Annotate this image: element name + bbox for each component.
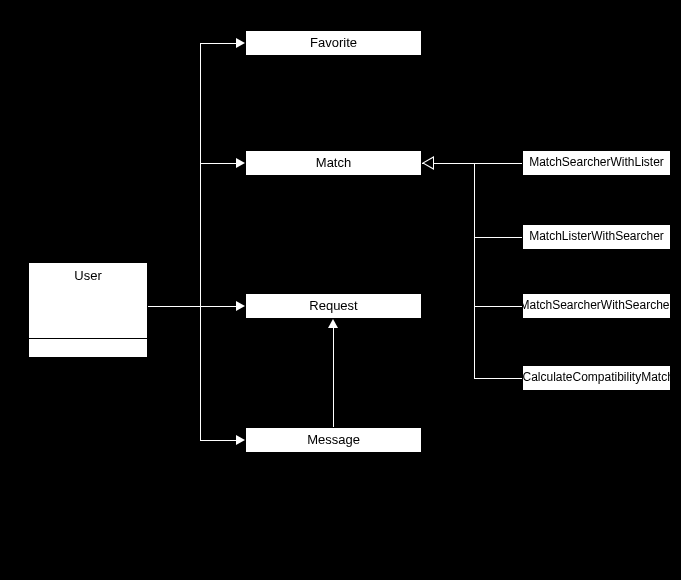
edge	[474, 306, 522, 307]
node-m4-label: .CalculateCompatibilityMatch	[519, 371, 674, 384]
edge	[474, 378, 522, 379]
node-request-label: Request	[309, 299, 357, 313]
arrow-icon	[236, 435, 245, 445]
node-m1-label: MatchSearcherWithLister	[529, 156, 664, 169]
edge	[200, 43, 201, 441]
generalization-arrow-icon	[422, 156, 434, 170]
edge	[200, 440, 236, 441]
diagram-canvas: User Favorite Match Request Message Matc…	[0, 0, 681, 580]
node-match: Match	[245, 150, 422, 176]
node-m3-label: MatchSearcherWithSearcher	[519, 299, 673, 312]
node-request: Request	[245, 293, 422, 319]
edge	[474, 163, 475, 379]
node-user-label: User	[74, 269, 101, 283]
node-message-label: Message	[307, 433, 360, 447]
node-calculate-compatibility-match: .CalculateCompatibilityMatch	[522, 365, 671, 391]
node-favorite-label: Favorite	[310, 36, 357, 50]
node-match-searcher-with-searcher: MatchSearcherWithSearcher	[522, 293, 671, 319]
arrow-icon	[236, 301, 245, 311]
edge	[200, 43, 236, 44]
node-user: User	[28, 262, 148, 358]
edge	[200, 306, 236, 307]
arrow-icon	[236, 38, 245, 48]
node-m2-label: MatchListerWithSearcher	[529, 230, 664, 243]
node-message: Message	[245, 427, 422, 453]
edge	[474, 163, 522, 164]
arrow-icon	[328, 319, 338, 328]
edge	[200, 163, 236, 164]
edge	[452, 163, 475, 164]
node-match-label: Match	[316, 156, 351, 170]
edge	[148, 306, 200, 307]
node-match-lister-with-searcher: MatchListerWithSearcher	[522, 224, 671, 250]
edge	[474, 237, 522, 238]
arrow-icon	[236, 158, 245, 168]
node-match-searcher-with-lister: MatchSearcherWithLister	[522, 150, 671, 176]
node-favorite: Favorite	[245, 30, 422, 56]
edge	[333, 328, 334, 427]
